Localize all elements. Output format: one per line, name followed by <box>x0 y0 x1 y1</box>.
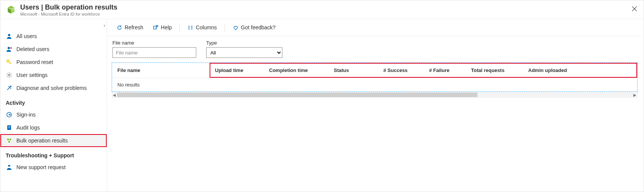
gear-icon <box>6 72 13 78</box>
svg-rect-11 <box>8 128 10 128</box>
columns-button[interactable]: Columns <box>183 23 221 32</box>
main-content: Refresh Help Columns Got feedback <box>107 19 644 192</box>
toolbar-separator <box>179 24 180 31</box>
svg-rect-10 <box>8 126 10 127</box>
col-completion-time[interactable]: Completion time <box>264 67 328 73</box>
user-x-icon <box>6 46 13 53</box>
key-icon <box>6 59 13 66</box>
sidebar-item-label: Deleted users <box>16 46 49 52</box>
feedback-button[interactable]: Got feedback? <box>228 23 280 32</box>
columns-label: Columns <box>196 24 217 30</box>
filter-bar: File name Type All <box>107 36 642 62</box>
support-icon <box>6 164 13 171</box>
user-icon <box>6 33 13 40</box>
table-header-row: File name Upload time Completion time St… <box>112 63 637 78</box>
sidebar-item-audit-logs[interactable]: Audit logs <box>0 121 107 134</box>
scroll-left-arrow-icon[interactable]: ◀ <box>112 92 117 98</box>
toolbar-separator <box>224 24 225 31</box>
svg-point-3 <box>8 34 10 36</box>
sidebar-item-label: Audit logs <box>16 125 40 131</box>
help-button[interactable]: Help <box>148 23 176 32</box>
svg-point-12 <box>7 139 9 140</box>
filter-filename-input[interactable] <box>112 47 196 58</box>
log-icon <box>6 124 13 131</box>
sidebar-item-label: Sign-ins <box>16 112 36 118</box>
col-admin[interactable]: Admin uploaded <box>523 67 637 73</box>
refresh-label: Refresh <box>125 24 143 30</box>
sidebar-item-label: Diagnose and solve problems <box>16 85 87 91</box>
sidebar-item-new-support[interactable]: New support request <box>0 161 107 174</box>
results-table: File name Upload time Completion time St… <box>112 62 638 92</box>
sidebar-item-user-settings[interactable]: User settings <box>0 69 107 82</box>
scroll-thumb[interactable] <box>117 93 477 97</box>
close-button[interactable] <box>630 4 639 13</box>
svg-point-14 <box>8 141 10 142</box>
columns-icon <box>187 24 194 30</box>
sidebar-item-label: Bulk operation results <box>16 138 68 144</box>
highlighted-columns: Upload time Completion time Status # Suc… <box>210 63 637 78</box>
help-label: Help <box>161 24 172 30</box>
command-bar: Refresh Help Columns Got feedback <box>107 19 642 36</box>
close-icon <box>632 6 637 11</box>
refresh-button[interactable]: Refresh <box>112 23 148 32</box>
product-logo-icon <box>6 5 16 15</box>
sidebar-item-all-users[interactable]: All users <box>0 30 107 43</box>
sidebar-item-diagnose[interactable]: Diagnose and solve problems <box>0 82 107 94</box>
col-file-name[interactable]: File name <box>112 67 210 73</box>
scroll-track[interactable] <box>117 93 632 97</box>
refresh-icon <box>116 24 122 30</box>
feedback-label: Got feedback? <box>241 24 276 30</box>
horizontal-scrollbar[interactable]: ◀ ▶ <box>112 92 638 98</box>
col-total[interactable]: Total requests <box>466 67 523 73</box>
sidebar-item-bulk-results[interactable]: Bulk operation results <box>0 134 107 147</box>
sidebar-item-label: User settings <box>16 72 48 78</box>
svg-point-6 <box>8 74 10 76</box>
svg-point-4 <box>8 47 10 49</box>
filter-type-label: Type <box>206 40 282 46</box>
filter-type-group: Type All <box>206 40 282 58</box>
tools-icon <box>6 85 13 91</box>
sidebar-item-label: All users <box>16 33 37 39</box>
col-status[interactable]: Status <box>328 67 378 73</box>
sidebar: ‹‹ All users Deleted users Password rese… <box>0 19 107 192</box>
col-upload-time[interactable]: Upload time <box>210 67 264 73</box>
sidebar-item-password-reset[interactable]: Password reset <box>0 56 107 69</box>
page-subtitle: Microsoft - Microsoft Entra ID for workf… <box>20 12 117 16</box>
col-failure[interactable]: # Failure <box>424 67 466 73</box>
filter-type-select[interactable]: All <box>206 47 282 58</box>
table-empty-message: No results <box>112 78 637 91</box>
sidebar-item-deleted-users[interactable]: Deleted users <box>0 43 107 56</box>
sidebar-section-troubleshooting: Troubleshooting + Support <box>0 147 107 161</box>
svg-point-7 <box>10 86 11 87</box>
col-success[interactable]: # Success <box>378 67 424 73</box>
scroll-right-arrow-icon[interactable]: ▶ <box>632 92 638 98</box>
filter-filename-label: File name <box>112 40 196 46</box>
sidebar-section-activity: Activity <box>0 94 107 108</box>
sidebar-item-label: Password reset <box>16 59 53 65</box>
bulk-icon <box>6 137 13 144</box>
svg-rect-16 <box>8 166 10 167</box>
heart-icon <box>232 24 239 30</box>
svg-point-13 <box>10 139 11 140</box>
sidebar-item-label: New support request <box>16 164 66 170</box>
external-link-icon <box>152 24 159 30</box>
filter-filename-group: File name <box>112 40 196 58</box>
signin-icon <box>6 111 13 118</box>
page-title: Users | Bulk operation results <box>20 3 117 11</box>
page-header: Users | Bulk operation results Microsoft… <box>0 0 644 19</box>
sidebar-item-sign-ins[interactable]: Sign-ins <box>0 108 107 121</box>
